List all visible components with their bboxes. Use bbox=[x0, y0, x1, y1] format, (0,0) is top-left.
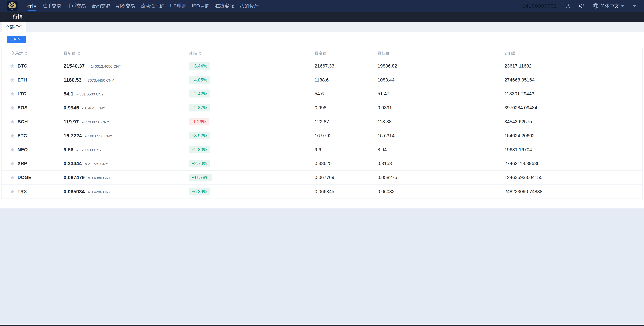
nav-item-label: 在线客服 bbox=[215, 3, 234, 9]
page-subheader: 行情 bbox=[0, 12, 644, 22]
language-selector[interactable]: 简体中文 bbox=[593, 3, 625, 9]
favorite-star-icon[interactable]: ★ bbox=[10, 105, 15, 111]
page-background bbox=[0, 208, 644, 325]
low-price: 0.3158 bbox=[378, 161, 504, 166]
user-profile-icon[interactable] bbox=[565, 3, 571, 9]
volume-24h: 248223090.74838 bbox=[504, 189, 642, 194]
latest-price: 0.065934 bbox=[64, 189, 85, 194]
table-row[interactable]: ★ DOGE 0.067479 ≈ 0.4386 CNY +11.78% 0.0… bbox=[2, 170, 642, 184]
latest-price: 1180.53 bbox=[64, 77, 82, 83]
nav-item[interactable]: 合约交易 bbox=[89, 0, 113, 12]
volume-24h: 23617.11682 bbox=[504, 63, 642, 69]
favorite-star-icon[interactable]: ★ bbox=[10, 175, 15, 180]
nav-item[interactable]: 法币交易 bbox=[40, 0, 64, 12]
main-navigation: 行情 法币交易 币币交易 合约交易 期权交易 流动性挖矿 UP理财 IEO认购 … bbox=[24, 0, 262, 12]
table-header-row: 交易对 最新价 涨幅 最高价 最低价 24H量 bbox=[2, 48, 642, 59]
sort-pair-control[interactable] bbox=[25, 51, 28, 55]
table-row[interactable]: ★ TRX 0.065934 ≈ 0.4286 CNY +6.89% 0.066… bbox=[2, 184, 642, 198]
table-row[interactable]: ★ ETH 1180.53 ≈ 7673.4450 CNY +4.05% 118… bbox=[2, 73, 642, 87]
nav-item-label: 期权交易 bbox=[116, 3, 135, 9]
low-price: 51.47 bbox=[378, 91, 504, 97]
language-label: 简体中文 bbox=[600, 3, 619, 9]
latest-price: 0.067479 bbox=[64, 175, 85, 180]
nav-item[interactable]: 期权交易 bbox=[113, 0, 138, 12]
pair-name: BTC bbox=[18, 63, 27, 69]
change-badge: +3.92% bbox=[189, 132, 210, 140]
pair-name: ETC bbox=[18, 133, 27, 139]
nav-item[interactable]: 币币交易 bbox=[64, 0, 89, 12]
table-row[interactable]: ★ ETC 16.7224 ≈ 108.6956 CNY +3.92% 16.9… bbox=[2, 129, 642, 143]
favorite-star-icon[interactable]: ★ bbox=[10, 147, 15, 153]
announcement-speaker-icon[interactable] bbox=[578, 3, 585, 9]
nav-item[interactable]: 在线客服 bbox=[212, 0, 237, 12]
latest-price: 119.97 bbox=[64, 119, 79, 125]
header-latest-price: 最新价 bbox=[64, 51, 189, 56]
footer-bar bbox=[0, 325, 644, 326]
high-price: 9.6 bbox=[314, 147, 378, 153]
table-row[interactable]: ★ BCH 119.97 ≈ 779.8050 CNY -1.26% 122.8… bbox=[2, 115, 642, 129]
pair-name: TRX bbox=[18, 189, 27, 194]
nav-item[interactable]: IEO认购 bbox=[189, 0, 212, 12]
latest-price: 9.56 bbox=[64, 147, 73, 153]
favorite-star-icon[interactable]: ★ bbox=[10, 77, 15, 83]
change-badge: +2.80% bbox=[189, 146, 210, 154]
table-body: ★ BTC 21540.37 ≈ 140012.4050 CNY +3.44% … bbox=[2, 59, 642, 198]
change-badge: +11.78% bbox=[189, 174, 212, 181]
volume-24h: 124635933.04155 bbox=[504, 175, 642, 180]
sort-price-control[interactable] bbox=[78, 51, 80, 55]
header-pair-label: 交易对 bbox=[11, 51, 23, 56]
cny-equivalent: ≈ 7673.4450 CNY bbox=[85, 78, 114, 83]
cny-equivalent: ≈ 62.1400 CNY bbox=[76, 148, 102, 152]
favorite-star-icon[interactable]: ★ bbox=[10, 161, 15, 166]
nav-item[interactable]: 行情 bbox=[24, 0, 40, 12]
cny-equivalent: ≈ 6.4643 CNY bbox=[82, 106, 105, 110]
header-high: 最高价 bbox=[314, 51, 378, 56]
cny-equivalent: ≈ 140012.4050 CNY bbox=[88, 64, 121, 69]
favorite-star-icon[interactable]: ★ bbox=[10, 133, 15, 139]
table-row[interactable]: ★ NEO 9.56 ≈ 62.1400 CNY +2.80% 9.6 8.94… bbox=[2, 143, 642, 157]
volume-24h: 19631.16704 bbox=[504, 147, 642, 153]
cny-equivalent: ≈ 351.6500 CNY bbox=[76, 92, 104, 96]
nav-item[interactable]: 我的资产 bbox=[237, 0, 262, 12]
table-row[interactable]: ★ EOS 0.9945 ≈ 6.4643 CNY +2.87% 0.998 0… bbox=[2, 101, 642, 115]
globe-icon bbox=[593, 3, 598, 9]
tab-all-markets[interactable]: 全部行情 bbox=[2, 22, 26, 32]
nav-item-label: 行情 bbox=[27, 3, 36, 9]
latest-price: 16.7224 bbox=[64, 133, 82, 139]
latest-price: 0.9945 bbox=[64, 105, 79, 111]
header-volume: 24H量 bbox=[504, 51, 642, 56]
change-badge: +2.70% bbox=[189, 160, 210, 167]
volume-24h: 154624.20602 bbox=[504, 133, 642, 139]
change-badge: +2.87% bbox=[189, 104, 210, 112]
nav-item[interactable]: UP理财 bbox=[167, 0, 189, 12]
chevron-down-icon bbox=[621, 5, 625, 7]
table-row[interactable]: ★ LTC 54.1 ≈ 351.6500 CNY +2.42% 54.6 51… bbox=[2, 87, 642, 101]
nav-item-label: IEO认购 bbox=[192, 3, 210, 9]
sort-change-control[interactable] bbox=[199, 51, 202, 55]
high-price: 0.067769 bbox=[314, 175, 378, 180]
change-badge: +4.05% bbox=[189, 76, 210, 84]
cny-equivalent: ≈ 0.4286 CNY bbox=[88, 190, 111, 194]
favorite-star-icon[interactable]: ★ bbox=[10, 91, 15, 97]
brand-logo[interactable] bbox=[7, 1, 18, 11]
low-price: 113.88 bbox=[378, 119, 504, 125]
top-navbar: 行情 法币交易 币币交易 合约交易 期权交易 流动性挖矿 UP理财 IEO认购 … bbox=[0, 0, 644, 12]
favorite-star-icon[interactable]: ★ bbox=[10, 119, 15, 125]
nav-item[interactable]: 流动性挖矿 bbox=[138, 0, 167, 12]
latest-price: 0.33444 bbox=[64, 161, 82, 166]
table-row[interactable]: ★ XRP 0.33444 ≈ 2.1739 CNY +2.70% 0.3362… bbox=[2, 157, 642, 171]
more-menu-chevron-icon[interactable] bbox=[632, 5, 636, 7]
favorite-star-icon[interactable]: ★ bbox=[10, 189, 15, 194]
low-price: 19836.82 bbox=[378, 63, 504, 69]
table-row[interactable]: ★ BTC 21540.37 ≈ 140012.4050 CNY +3.44% … bbox=[2, 59, 642, 73]
cny-equivalent: ≈ 0.4386 CNY bbox=[88, 176, 111, 180]
high-price: 122.87 bbox=[314, 119, 378, 125]
low-price: 1083.44 bbox=[378, 77, 504, 83]
volume-24h: 27462118.39686 bbox=[504, 161, 642, 166]
nav-item-label: 法币交易 bbox=[42, 3, 61, 9]
usdt-filter-button[interactable]: USDT bbox=[7, 36, 26, 43]
page-title: 行情 bbox=[13, 13, 23, 20]
nav-item-label: UP理财 bbox=[170, 3, 186, 9]
favorite-star-icon[interactable]: ★ bbox=[10, 63, 15, 69]
account-phone-number: 14100000002 bbox=[522, 3, 557, 9]
